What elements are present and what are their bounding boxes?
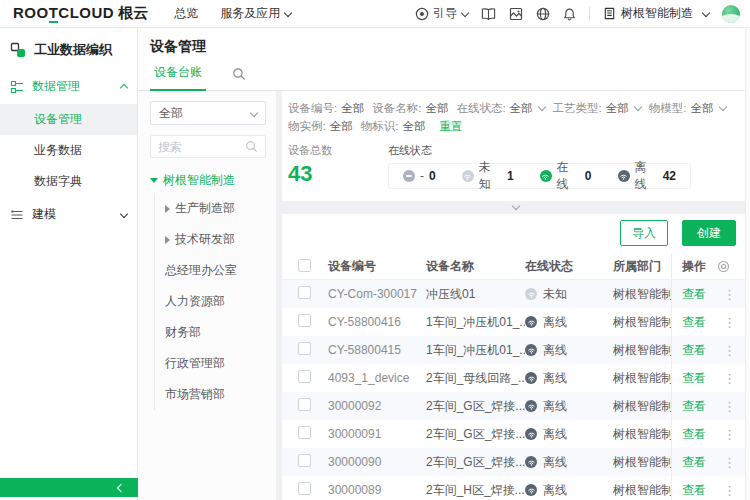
row-checkbox[interactable] bbox=[298, 314, 311, 327]
offline-status-dot bbox=[618, 170, 630, 182]
table-toolbar: 导入 创建 bbox=[282, 220, 750, 246]
view-button[interactable]: 查看 bbox=[682, 454, 706, 471]
tree-node-rnd[interactable]: 技术研发部 bbox=[155, 224, 266, 255]
user-avatar[interactable] bbox=[722, 5, 740, 23]
status-dot bbox=[525, 288, 537, 300]
filter-process-type[interactable]: 工艺类型:全部 bbox=[553, 101, 641, 116]
sidebar-collapse-button[interactable] bbox=[0, 478, 138, 497]
row-checkbox[interactable] bbox=[298, 426, 311, 439]
import-button[interactable]: 导入 bbox=[620, 220, 668, 246]
row-more-icon[interactable]: ⋮ bbox=[719, 287, 740, 302]
table-row[interactable]: 30000092 2车间_G区_焊接... 离线 树根智能制造 查看⋮ bbox=[282, 392, 750, 420]
row-more-icon[interactable]: ⋮ bbox=[719, 399, 740, 414]
row-more-icon[interactable]: ⋮ bbox=[719, 371, 740, 386]
filter-collapse-band[interactable] bbox=[282, 201, 750, 214]
chevron-down-icon bbox=[120, 209, 128, 217]
shell: 工业数据编织 数据管理 设备管理 业务数据 数据字典 建模 设备管理 bbox=[0, 28, 750, 500]
row-checkbox[interactable] bbox=[298, 286, 311, 299]
tree-node-root[interactable]: 树根智能制造 bbox=[150, 172, 266, 189]
tab-device-ledger[interactable]: 设备台账 bbox=[150, 64, 206, 91]
row-checkbox[interactable] bbox=[298, 398, 311, 411]
tree-node-admin[interactable]: 行政管理部 bbox=[155, 348, 266, 379]
body-row: 全部 树根智能制造 生产制造部 技术研发部 bbox=[138, 91, 750, 500]
view-button[interactable]: 查看 bbox=[682, 286, 706, 303]
view-button[interactable]: 查看 bbox=[682, 314, 706, 331]
table-row[interactable]: CY-Com-300017 冲压线01 未知 树根智能制造 查看⋮ bbox=[282, 280, 750, 308]
view-button[interactable]: 查看 bbox=[682, 482, 706, 499]
row-checkbox[interactable] bbox=[298, 342, 311, 355]
row-checkbox[interactable] bbox=[298, 482, 311, 495]
page-title: 设备管理 bbox=[150, 38, 750, 56]
tree-children: 生产制造部 技术研发部 总经理办公室 人力资源部 财务部 行政管理部 市场营销部 bbox=[154, 193, 266, 410]
status-dot bbox=[525, 456, 537, 468]
row-checkbox[interactable] bbox=[298, 454, 311, 467]
org-switcher[interactable]: 树根智能制造 bbox=[603, 5, 709, 22]
filter-thing-instance[interactable]: 物实例:全部 bbox=[288, 119, 353, 134]
nav-services[interactable]: 服务及应用 bbox=[220, 5, 291, 22]
filter-device-name[interactable]: 设备名称:全部 bbox=[372, 101, 448, 116]
table-row[interactable]: 4093_1_device 2车间_母线回路_... 离线 树根智能制造 查看⋮ bbox=[282, 364, 750, 392]
scope-select[interactable]: 全部 bbox=[150, 101, 266, 125]
select-all-checkbox[interactable] bbox=[298, 259, 311, 272]
globe-icon[interactable] bbox=[536, 7, 550, 21]
device-total-block: 设备总数 43 bbox=[288, 143, 388, 189]
device-total-value: 43 bbox=[288, 161, 388, 187]
rootcloud-logo[interactable]: ROOTCLOUD 根云 bbox=[13, 4, 148, 23]
data-mgmt-icon bbox=[10, 80, 24, 94]
scrollbar[interactable] bbox=[745, 29, 750, 500]
legend-online: 在线0 bbox=[540, 159, 592, 193]
chevron-down-icon bbox=[284, 8, 292, 16]
sidebar-item-business-data[interactable]: 业务数据 bbox=[0, 135, 137, 166]
table-row[interactable]: CY-58800416 1车间_冲压机01_... 离线 树根智能制造 查看⋮ bbox=[282, 308, 750, 336]
tree-node-gm-office[interactable]: 总经理办公室 bbox=[155, 255, 266, 286]
tree-node-production[interactable]: 生产制造部 bbox=[155, 193, 266, 224]
tree-node-finance[interactable]: 财务部 bbox=[155, 317, 266, 348]
reset-filters-button[interactable]: 重置 bbox=[439, 119, 462, 134]
online-status-dot bbox=[540, 170, 552, 182]
status-legend: -0 未知1 在线0 bbox=[388, 163, 691, 189]
row-more-icon[interactable]: ⋮ bbox=[719, 315, 740, 330]
table-row[interactable]: 30000090 2车间_G区_焊接... 离线 树根智能制造 查看⋮ bbox=[282, 448, 750, 476]
view-button[interactable]: 查看 bbox=[682, 370, 706, 387]
tree-search-input[interactable] bbox=[158, 140, 238, 154]
create-button[interactable]: 创建 bbox=[682, 220, 736, 246]
row-more-icon[interactable]: ⋮ bbox=[719, 427, 740, 442]
view-button[interactable]: 查看 bbox=[682, 426, 706, 443]
filter-thing-model[interactable]: 物模型:全部 bbox=[649, 101, 726, 116]
status-dot bbox=[525, 344, 537, 356]
docs-book-icon[interactable] bbox=[481, 7, 496, 21]
search-icon bbox=[245, 140, 258, 153]
view-button[interactable]: 查看 bbox=[682, 398, 706, 415]
row-checkbox[interactable] bbox=[298, 370, 311, 383]
tree-collapsed-icon bbox=[165, 205, 170, 213]
view-button[interactable]: 查看 bbox=[682, 342, 706, 359]
row-more-icon[interactable]: ⋮ bbox=[719, 343, 740, 358]
workspace-icon[interactable] bbox=[509, 7, 523, 21]
stats-row: 设备总数 43 在线状态 -0 bbox=[288, 143, 744, 189]
filter-thing-tag[interactable]: 物标识:全部 bbox=[361, 119, 426, 134]
guide-menu[interactable]: 引导 bbox=[415, 5, 468, 22]
collapse-down-icon bbox=[512, 202, 520, 210]
sidebar-item-device-mgmt[interactable]: 设备管理 bbox=[0, 104, 137, 135]
legend-unknown: 未知1 bbox=[462, 159, 514, 193]
notification-bell-icon[interactable] bbox=[563, 7, 576, 21]
table-row[interactable]: 30000091 2车间_G区_焊接... 离线 树根智能制造 查看⋮ bbox=[282, 420, 750, 448]
tab-search-icon[interactable] bbox=[232, 67, 246, 81]
topbar-right: 引导 树根智能制造 bbox=[415, 5, 740, 23]
row-more-icon[interactable]: ⋮ bbox=[719, 455, 740, 470]
logo-text: ROOTCLOUD bbox=[13, 4, 114, 21]
row-more-icon[interactable]: ⋮ bbox=[719, 483, 740, 498]
tree-node-hr[interactable]: 人力资源部 bbox=[155, 286, 266, 317]
filter-device-no[interactable]: 设备编号:全部 bbox=[288, 101, 364, 116]
table-row[interactable]: CY-58800415 1车间_冲压机01_... 离线 树根智能制造 查看⋮ bbox=[282, 336, 750, 364]
tree-node-marketing[interactable]: 市场营销部 bbox=[155, 379, 266, 410]
nav-overview[interactable]: 总览 bbox=[174, 5, 198, 22]
sidebar-item-data-dict[interactable]: 数据字典 bbox=[0, 166, 137, 197]
table-row[interactable]: 30000089 2车间_H区_焊接... 离线 树根智能制造 查看⋮ bbox=[282, 476, 750, 500]
sidebar-group-data-mgmt[interactable]: 数据管理 bbox=[0, 69, 137, 104]
sidebar-group-modeling[interactable]: 建模 bbox=[0, 197, 137, 232]
table-body: CY-Com-300017 冲压线01 未知 树根智能制造 查看⋮ CY-588… bbox=[282, 280, 750, 500]
column-settings-icon[interactable] bbox=[717, 260, 730, 273]
content-area: 设备管理 设备台账 全部 bbox=[138, 28, 750, 500]
filter-online-status[interactable]: 在线状态:全部 bbox=[456, 101, 544, 116]
